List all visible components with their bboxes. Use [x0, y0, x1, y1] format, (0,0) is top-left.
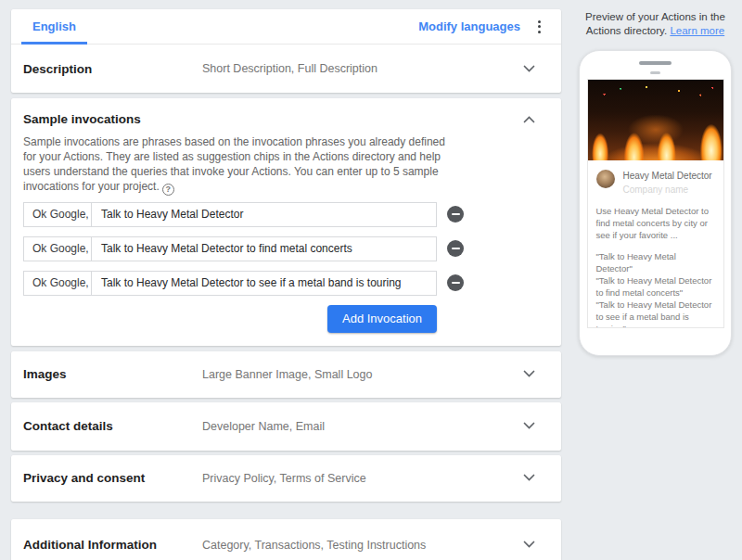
section-title: Contact details	[23, 419, 202, 433]
invocation-row: Ok Google, Talk to Heavy Metal Detector	[23, 202, 561, 227]
section-row-sample-invocations[interactable]: Sample invocations	[23, 98, 561, 126]
add-invocation-button[interactable]: Add Invocation	[327, 305, 437, 333]
invocation-input-group: Ok Google, Talk to Heavy Metal Detector …	[23, 271, 437, 296]
phone-camera-bar	[650, 71, 660, 74]
app-header: Heavy Metal Detector Company name	[588, 160, 723, 195]
invocation-row: Ok Google, Talk to Heavy Metal Detector …	[23, 236, 561, 261]
main-panel: English Modify languages Description Sho…	[0, 0, 569, 560]
section-title: Images	[23, 367, 202, 381]
section-summary: Privacy Policy, Terms of Service	[202, 472, 523, 485]
phone-speaker-bar	[639, 61, 672, 65]
language-description-card: English Modify languages Description Sho…	[11, 9, 561, 93]
remove-invocation-button[interactable]	[447, 240, 464, 257]
section-summary: Developer Name, Email	[202, 420, 523, 433]
app-logo-avatar	[596, 170, 615, 188]
section-row-description[interactable]: Description Short Description, Full Desc…	[11, 45, 561, 93]
section-summary: Category, Transactions, Testing Instruct…	[202, 539, 523, 552]
chevron-down-icon[interactable]	[523, 422, 535, 430]
add-invocation-button-row: Add Invocation	[23, 305, 437, 333]
sample-invocation-quotes: "Talk to Heavy Metal Detector" "Talk to …	[588, 250, 723, 328]
sample-invocations-help-text: Sample invocations are phrases based on …	[23, 134, 461, 196]
modify-languages-link[interactable]: Modify languages	[411, 14, 528, 39]
help-icon[interactable]: ?	[162, 184, 174, 196]
directory-preview-panel: Preview of your Actions in the Actions d…	[569, 0, 742, 560]
invocation-list: Ok Google, Talk to Heavy Metal Detector …	[23, 202, 561, 296]
section-title: Description	[23, 62, 202, 76]
banner-image	[588, 80, 723, 160]
app-description: Use Heavy Metal Detector to find metal c…	[588, 205, 723, 241]
chevron-up-icon[interactable]	[523, 115, 535, 123]
remove-invocation-button[interactable]	[447, 206, 464, 223]
remove-invocation-button[interactable]	[447, 274, 464, 291]
preview-header-text: Preview of your Actions in the Actions d…	[573, 10, 738, 38]
section-title: Additional Information	[23, 538, 202, 552]
section-title: Privacy and consent	[23, 471, 202, 485]
contact-details-card: Contact details Developer Name, Email	[11, 402, 561, 451]
section-row-images[interactable]: Images Large Banner Image, Small Logo	[11, 351, 561, 398]
invocation-prefix-label: Ok Google,	[24, 272, 92, 295]
phone-mockup: Heavy Metal Detector Company name Use He…	[579, 50, 732, 356]
additional-information-card: Additional Information Category, Transac…	[11, 519, 561, 560]
chevron-down-icon[interactable]	[523, 474, 535, 482]
invocation-prefix-label: Ok Google,	[24, 237, 92, 261]
invocation-prefix-label: Ok Google,	[24, 203, 92, 226]
learn-more-link[interactable]: Learn more	[670, 25, 724, 36]
section-summary: Large Banner Image, Small Logo	[202, 368, 523, 381]
language-tabbar: English Modify languages	[11, 9, 561, 45]
invocation-row: Ok Google, Talk to Heavy Metal Detector …	[23, 271, 561, 296]
invocation-input-group: Ok Google, Talk to Heavy Metal Detector	[23, 202, 437, 227]
app-name: Heavy Metal Detector	[623, 171, 712, 181]
invocation-input[interactable]: Talk to Heavy Metal Detector	[92, 203, 436, 226]
quote-line: "Talk to Heavy Metal Detector to see if …	[596, 299, 715, 328]
chevron-down-icon[interactable]	[523, 370, 535, 378]
section-row-contact-details[interactable]: Contact details Developer Name, Email	[11, 402, 561, 451]
sample-invocations-card: Sample invocations Sample invocations ar…	[11, 98, 561, 346]
privacy-card: Privacy and consent Privacy Policy, Term…	[11, 455, 561, 502]
section-row-privacy[interactable]: Privacy and consent Privacy Policy, Term…	[11, 455, 561, 502]
section-row-additional-information[interactable]: Additional Information Category, Transac…	[11, 519, 561, 560]
phone-screen: Heavy Metal Detector Company name Use He…	[587, 79, 724, 328]
quote-line: "Talk to Heavy Metal Detector to find me…	[596, 274, 715, 299]
invocation-input[interactable]: Talk to Heavy Metal Detector to see if a…	[92, 272, 436, 295]
section-summary: Short Description, Full Description	[202, 62, 523, 75]
tab-english[interactable]: English	[21, 9, 87, 45]
images-card: Images Large Banner Image, Small Logo	[11, 351, 561, 398]
quote-line: "Talk to Heavy Metal Detector"	[596, 250, 715, 274]
invocation-input[interactable]: Talk to Heavy Metal Detector to find met…	[92, 237, 436, 261]
company-name: Company name	[623, 185, 712, 195]
section-title: Sample invocations	[23, 112, 523, 126]
invocation-input-group: Ok Google, Talk to Heavy Metal Detector …	[23, 236, 437, 261]
chevron-down-icon[interactable]	[523, 541, 535, 549]
chevron-down-icon[interactable]	[523, 65, 535, 73]
kebab-menu-icon[interactable]	[528, 16, 550, 38]
